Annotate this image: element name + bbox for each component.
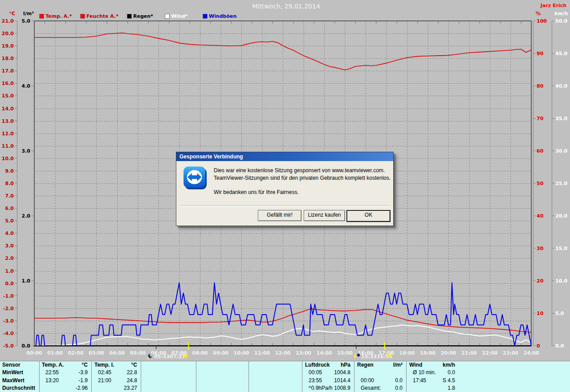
dialog-button-row: Gefällt mir! Lizenz kaufen OK xyxy=(176,207,393,226)
table-row: Temp. I.°C xyxy=(92,361,141,369)
legend-label: Regen* xyxy=(133,13,153,19)
table-col-wind: Windkm/hØ 10 min.0.017:45S 4.51.8 xyxy=(407,361,459,392)
axis-temp-label: 7.0 xyxy=(5,193,14,199)
table-col-regen: Regenl/m²00:000.0Gesamt:0.0 xyxy=(354,361,407,392)
axis-wind-label: 50.0 xyxy=(555,18,567,24)
table-cell-time: ^0.9hPa/h xyxy=(309,384,333,392)
table-col-header: Luftdruck xyxy=(305,361,330,369)
x-axis-label: 22:00 xyxy=(482,350,497,356)
axis-temp-label: 11.0 xyxy=(2,143,14,149)
table-cell-value: S 4.5 xyxy=(443,377,455,384)
dialog-thanks-line: Wir bedanken uns für Ihre Fairness. xyxy=(214,189,391,196)
page-title: Mittwoch, 29.01.2014 xyxy=(187,3,385,10)
axis-temp-label: -1.0 xyxy=(3,293,14,299)
table-cell-value: -2.96 xyxy=(76,384,88,392)
x-axis-labels: 00:0001:0002:0003:0004:0005:0006:0007:00… xyxy=(26,350,539,356)
table-row: LuftdruckhPa xyxy=(302,361,354,369)
x-axis-label: 21:00 xyxy=(461,350,477,356)
table-label-column: SensorMinWertMaxWertDurchschnitt xyxy=(0,361,40,392)
table-cell-time: 21:00 xyxy=(98,377,111,384)
table-cell-value: 1008.9 xyxy=(334,384,350,392)
x-axis-label: 23:00 xyxy=(503,350,518,356)
x-axis-label: 01:00 xyxy=(47,350,63,356)
axis-temp-label: 10.0 xyxy=(2,156,14,162)
table-col-tempa: Temp. A.°C22:55-3.913:20-1.9-2.96 xyxy=(39,361,92,392)
axis-wind-label: 20.0 xyxy=(555,213,567,219)
axis-humidity-label: 100 xyxy=(537,18,547,24)
axis-temp-label: 9.0 xyxy=(5,168,14,174)
sensor-statistics-table: SensorMinWertMaxWertDurchschnittTemp. A.… xyxy=(0,361,570,392)
table-row: 00:051004.8 xyxy=(302,369,354,376)
axis-temp-label: 16.0 xyxy=(2,81,14,86)
moonrise-time-label: 15:33 xyxy=(361,354,377,360)
moonset-time-label: 05:53 xyxy=(154,354,170,360)
axis-humidity-label: 90 xyxy=(537,51,544,57)
axis-temp-label: -4.0 xyxy=(3,331,14,336)
legend-label: Windböen xyxy=(209,13,236,19)
x-axis-label: 00:00 xyxy=(26,350,42,356)
axis-humidity-label: 30 xyxy=(537,246,544,251)
axis-rain: 0.01.02.03.04.05.0 xyxy=(22,18,34,349)
dialog-titlebar[interactable]: Gesponserte Verbindung xyxy=(176,152,393,161)
x-axis-label: 04:00 xyxy=(109,350,125,356)
axis-temp-label: 6.0 xyxy=(5,206,14,211)
table-col-empty xyxy=(141,361,196,392)
axis-rain-label: 1.0 xyxy=(22,278,31,284)
x-axis-label: 18:00 xyxy=(399,350,415,356)
watermark-author: Jarz Erich xyxy=(541,3,566,8)
table-row: 17:45S 4.5 xyxy=(407,377,459,384)
table-row-label: MinWert xyxy=(2,369,23,376)
axis-rain-label: 0.0 xyxy=(22,343,31,349)
table-cell-value: 1004.8 xyxy=(334,369,350,376)
table-row: 1.8 xyxy=(407,384,459,392)
table-cell-value: 24.8 xyxy=(127,377,137,384)
table-cell-time: Ø 10 min. xyxy=(413,369,436,376)
table-cell-value: -1.9 xyxy=(78,377,88,384)
axis-temp-label: 3.0 xyxy=(5,243,14,249)
table-col-luftdruck: LuftdruckhPa00:051004.823:551014.4^0.9hP… xyxy=(302,361,354,392)
x-axis-label: 08:00 xyxy=(192,350,208,356)
axis-humidity-label: 40 xyxy=(537,213,544,219)
table-row: 21:0024.8 xyxy=(92,377,141,384)
like-button[interactable]: Gefällt mir! xyxy=(258,210,301,221)
table-col-empty xyxy=(249,361,302,392)
buy-license-button[interactable]: Lizenz kaufen xyxy=(304,210,345,221)
axis-humidity-label: 20 xyxy=(537,278,544,284)
legend-label: Wind* xyxy=(171,13,187,19)
axis-temp-label: 19.0 xyxy=(2,43,14,49)
table-row: 02:4522.8 xyxy=(92,369,141,376)
table-cell-value: -3.9 xyxy=(78,369,88,376)
ok-button[interactable]: OK xyxy=(346,210,391,222)
table-cell-time: 13:20 xyxy=(45,377,59,384)
axis-humidity-label: 70 xyxy=(537,116,544,121)
table-cell-value: 23.27 xyxy=(124,384,137,392)
table-cell-value: 0.0 xyxy=(395,384,403,392)
x-axis-label: 10:00 xyxy=(233,350,249,356)
sunset-time-label: 16:55 xyxy=(377,354,392,360)
axis-temp-label: 5.0 xyxy=(5,218,14,224)
legend-swatch-icon xyxy=(80,14,85,19)
chart-legend: Temp. A.*Feuchte A.*Regen*Wind*Windböen xyxy=(0,13,285,20)
table-col-header: Temp. I. xyxy=(94,361,114,369)
x-axis-label: 12:00 xyxy=(275,350,290,356)
x-axis-label: 13:00 xyxy=(296,350,311,356)
table-col-empty xyxy=(196,361,249,392)
x-axis-label: 19:00 xyxy=(420,350,436,356)
table-col-header: Temp. A. xyxy=(42,361,64,369)
table-cell-time: 00:05 xyxy=(309,369,322,376)
table-cell-time: Gesamt: xyxy=(361,384,381,392)
axis-temp-label: 18.0 xyxy=(2,56,14,61)
axis-wind-label: 5.0 xyxy=(555,311,564,316)
table-row: 13:20-1.9 xyxy=(39,377,91,384)
table-col-unit: °C xyxy=(82,361,88,369)
table-row: -2.96 xyxy=(39,384,91,392)
table-cell-value: 1.8 xyxy=(448,384,455,392)
axis-temp-label: 13.0 xyxy=(2,118,14,124)
axis-wind-label: 15.0 xyxy=(555,246,567,251)
axis-temp-label: -2.0 xyxy=(3,306,14,311)
axis-wind-label: 35.0 xyxy=(555,116,567,121)
sunrise-icon xyxy=(183,353,188,359)
axis-humidity-label: 60 xyxy=(537,148,544,154)
table-cell-value: 1014.4 xyxy=(334,377,350,384)
table-col-empty xyxy=(459,361,570,392)
